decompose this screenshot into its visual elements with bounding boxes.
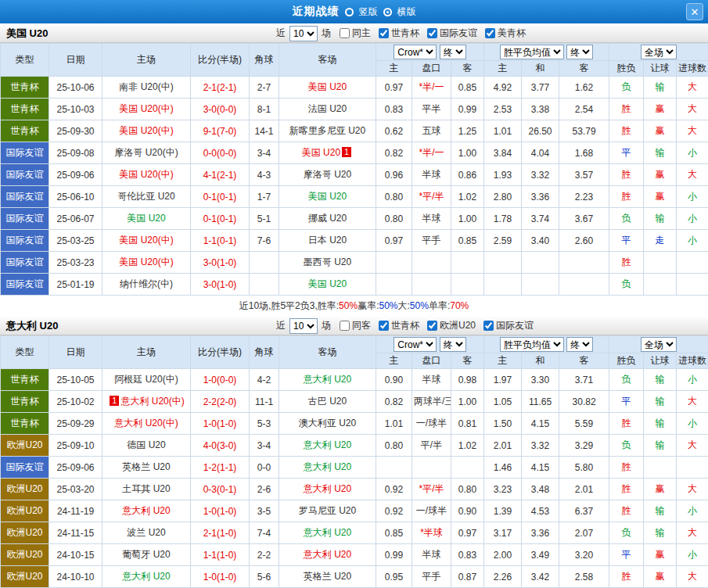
- home-team-cell: 英格兰 U20: [102, 457, 191, 479]
- filter-checkbox[interactable]: [427, 28, 437, 38]
- filter-label[interactable]: 世青杯: [391, 27, 419, 40]
- team-name-wrap: 法国 U20: [308, 103, 347, 114]
- filter-label[interactable]: 欧洲U20: [440, 319, 476, 332]
- date-cell: 25-06-10: [49, 186, 102, 208]
- team-name: 新喀里多尼亚 U20: [289, 125, 365, 136]
- competition-type-cell: 欧洲U20: [1, 566, 49, 588]
- result-cell: 输: [644, 208, 677, 230]
- avg-final-select[interactable]: 终: [566, 45, 593, 59]
- filter-label[interactable]: 世青杯: [391, 319, 419, 332]
- avg-odds-cell: 3.40: [522, 230, 559, 252]
- result-cell: 平: [609, 391, 644, 413]
- filter-checkbox[interactable]: [340, 321, 350, 331]
- home-team-cell: 美国 U20(中): [102, 164, 191, 186]
- column-header-home: 主场: [102, 44, 191, 77]
- bookmaker-select[interactable]: Crow*: [394, 45, 437, 59]
- filter-checkbox[interactable]: [340, 28, 350, 38]
- odds-cell: 0.86: [451, 164, 484, 186]
- match-row: 欧洲U2024-11-19意大利 U201-0(1-0)3-5罗马尼亚 U200…: [1, 500, 708, 522]
- team-name: 纳什维尔(中): [120, 278, 173, 289]
- avg-odds-select[interactable]: 胜平负均值: [500, 45, 564, 59]
- column-header-wdl: 胜负: [609, 61, 644, 77]
- team-name: 挪威 U20: [308, 213, 347, 224]
- score-cell: 1-1(1-0): [191, 544, 250, 566]
- team-name-wrap: 挪威 U20: [308, 213, 347, 224]
- column-header-handicap-result: 让球: [644, 61, 677, 77]
- result-cell: 大: [677, 120, 708, 142]
- result-cell: 大: [677, 566, 708, 588]
- odds-cell: [376, 457, 412, 479]
- filter-checkbox[interactable]: [379, 321, 389, 331]
- filter-checkbox[interactable]: [427, 321, 437, 331]
- corners-cell: 2-7: [250, 77, 279, 99]
- avg-odds-cell: 3.20: [559, 544, 609, 566]
- close-button[interactable]: ✕: [686, 3, 703, 20]
- filter-label[interactable]: 同客: [352, 319, 371, 332]
- team-name: 土耳其 U20: [122, 483, 170, 494]
- scope-select[interactable]: 全场: [641, 45, 677, 59]
- scope-select[interactable]: 全场: [641, 337, 677, 352]
- result-cell: [644, 252, 677, 274]
- filter-label[interactable]: 国际友谊: [440, 27, 477, 40]
- avg-odds-cell: 2.54: [559, 99, 609, 120]
- odds-cell: 0.62: [376, 120, 412, 142]
- summary-text: 50%: [339, 300, 358, 311]
- radio-vertical[interactable]: [345, 8, 354, 16]
- team-name: 南非 U20(中): [119, 81, 173, 92]
- radio-vertical-label[interactable]: 竖版: [359, 5, 378, 19]
- odds-cell: 0.85: [376, 522, 412, 544]
- match-count-select[interactable]: 10: [289, 318, 318, 334]
- odds-cell: 1.00: [451, 391, 484, 413]
- team-name-wrap: 英格兰 U20: [122, 461, 170, 472]
- radio-horizontal[interactable]: [383, 8, 392, 16]
- bookmaker-select[interactable]: Crow*: [394, 337, 437, 352]
- avg-odds-cell: 1.97: [484, 369, 522, 391]
- section-usa-u20: 美国 U20 近 10 场 同主世青杯国际友谊美青杯 类型 日期 主场 比分(半…: [0, 23, 708, 316]
- result-cell: 输: [644, 522, 677, 544]
- odds-cell: 0.83: [451, 544, 484, 566]
- radio-horizontal-label[interactable]: 横版: [397, 5, 416, 19]
- odds-cell: 0.98: [451, 369, 484, 391]
- avg-odds-select[interactable]: 胜平负均值: [500, 337, 564, 352]
- filter-checkbox[interactable]: [483, 321, 494, 331]
- team-name: 意大利 U20(中): [114, 418, 178, 428]
- column-header-type: 类型: [1, 44, 49, 77]
- score-cell: 3-0(1-0): [191, 274, 250, 296]
- bookmaker-final-select[interactable]: 终: [440, 45, 466, 59]
- avg-final-select[interactable]: 终: [566, 337, 593, 352]
- filter-label[interactable]: 同主: [352, 27, 371, 40]
- result-cell: 输: [644, 500, 677, 522]
- odds-cell: 五球: [412, 120, 451, 142]
- avg-odds-cell: 5.80: [559, 457, 609, 479]
- filter-label[interactable]: 美青杯: [498, 27, 526, 40]
- away-team-cell: 法国 U20: [279, 99, 376, 120]
- bookmaker-final-select[interactable]: 终: [440, 337, 466, 352]
- titlebar: 近期战绩 竖版 横版 ✕: [0, 0, 708, 23]
- odds-cell: 0.87: [451, 566, 484, 588]
- team-name-wrap: 美国 U20(中): [119, 235, 173, 246]
- odds-cell: 0.96: [376, 164, 412, 186]
- team-name-wrap: 德国 U20: [127, 439, 165, 450]
- filter-checkbox[interactable]: [485, 28, 495, 38]
- column-header-home: 主场: [102, 336, 191, 369]
- red-card-badge: 1: [342, 147, 351, 157]
- filter-area: 近 10 场 同主世青杯国际友谊美青杯: [276, 26, 526, 41]
- odds-cell: 0.80: [376, 435, 412, 457]
- home-team-cell: 美国 U20(中): [102, 120, 191, 142]
- home-team-cell: 美国 U20(中): [102, 99, 191, 120]
- date-cell: 24-11-19: [49, 500, 102, 522]
- filter-label[interactable]: 国际友谊: [496, 319, 534, 332]
- date-cell: 24-11-15: [49, 522, 102, 544]
- competition-type-cell: 世青杯: [1, 120, 49, 142]
- team-name-wrap: 意大利 U20: [304, 461, 351, 472]
- home-team-cell: 1意大利 U20(中): [102, 391, 191, 413]
- competition-type-cell: 国际友谊: [1, 208, 49, 230]
- odds-cell: [451, 252, 484, 274]
- avg-odds-cell: 3.30: [522, 369, 559, 391]
- corners-cell: 14-1: [250, 120, 279, 142]
- competition-filter: 欧洲U20: [427, 319, 476, 332]
- match-count-select[interactable]: 10: [289, 26, 318, 41]
- filter-checkbox[interactable]: [379, 28, 389, 38]
- result-cell: 赢: [644, 186, 677, 208]
- window-title: 近期战绩: [293, 5, 340, 19]
